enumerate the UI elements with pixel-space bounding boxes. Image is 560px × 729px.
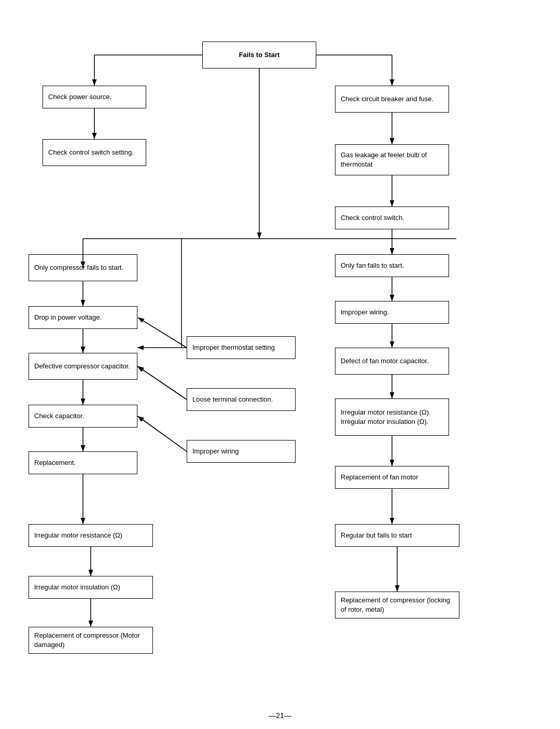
box-irregular-motor-res-ins: Irregular motor resistance (Ω). Irregula… <box>335 398 449 436</box>
box-fails-to-start: Fails to Start <box>202 42 316 68</box>
box-irregular-motor-res: Irregular motor resistance (Ω) <box>29 524 153 547</box>
box-only-fan: Only fan fails to start. <box>335 254 449 277</box>
box-check-control-switch-setting: Check control switch setting. <box>43 139 146 166</box>
box-replacement: Replacement. <box>29 451 137 474</box>
box-regular-fails: Regular but fails to start <box>335 524 459 547</box>
page: Fails to Start Check power source. Check… <box>0 0 560 729</box>
svg-line-15 <box>137 366 187 400</box>
box-check-circuit-breaker: Check circuit breaker and fuse. <box>335 86 449 113</box>
box-irregular-motor-ins: Irregular motor insulation (Ω) <box>29 576 153 599</box>
box-gas-leakage: Gas leakage at feeler bulb of thermostat <box>335 144 449 175</box>
box-loose-terminal: Loose terminal connection. <box>187 388 296 411</box>
box-improper-thermostat: Improper thermostat setting <box>187 336 296 359</box>
box-drop-power: Drop in power voltage. <box>29 306 137 329</box>
box-only-compressor: Only compressor fails to start. <box>29 254 137 281</box>
svg-line-22 <box>138 366 187 400</box>
box-defect-fan-cap: Defect of fan motor capacitor. <box>335 348 449 375</box>
box-defective-compressor-cap: Defective compressor capacitor. <box>29 353 137 380</box>
box-replacement-compressor-rotor: Replacement of compressor (locking of ro… <box>335 592 459 618</box>
flowchart: Fails to Start Check power source. Check… <box>0 0 560 706</box>
svg-line-16 <box>137 416 187 451</box>
box-replacement-fan: Replacement of fan motor <box>335 466 449 489</box>
box-check-power: Check power source. <box>43 86 146 108</box>
box-improper-wiring2: Improper wiring. <box>335 301 449 324</box>
svg-line-23 <box>138 416 187 451</box>
svg-line-21 <box>138 318 187 348</box>
box-replacement-compressor-motor: Replacement of compressor (Motor damaged… <box>29 627 153 654</box>
box-improper-wiring: Improper wiring <box>187 440 296 463</box>
page-number: —21— <box>0 711 560 720</box>
box-check-capacitor: Check capacitor. <box>29 405 137 428</box>
box-check-control-switch: Check control switch. <box>335 207 449 229</box>
